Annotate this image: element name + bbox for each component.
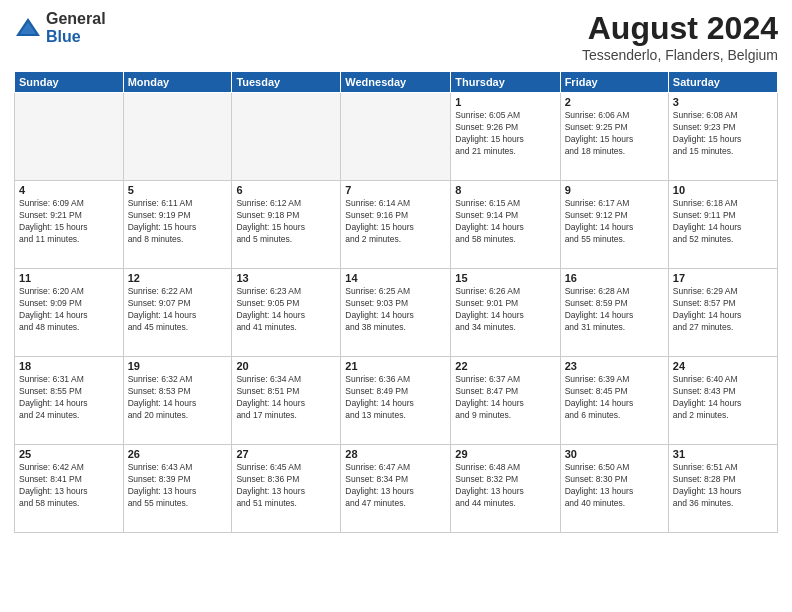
calendar-table: Sunday Monday Tuesday Wednesday Thursday… (14, 71, 778, 533)
day-info: Sunrise: 6:11 AM Sunset: 9:19 PM Dayligh… (128, 198, 228, 246)
table-row (341, 93, 451, 181)
calendar-week-row: 11Sunrise: 6:20 AM Sunset: 9:09 PM Dayli… (15, 269, 778, 357)
table-row: 10Sunrise: 6:18 AM Sunset: 9:11 PM Dayli… (668, 181, 777, 269)
col-saturday: Saturday (668, 72, 777, 93)
day-number: 10 (673, 184, 773, 196)
day-number: 27 (236, 448, 336, 460)
table-row: 19Sunrise: 6:32 AM Sunset: 8:53 PM Dayli… (123, 357, 232, 445)
day-info: Sunrise: 6:28 AM Sunset: 8:59 PM Dayligh… (565, 286, 664, 334)
table-row: 25Sunrise: 6:42 AM Sunset: 8:41 PM Dayli… (15, 445, 124, 533)
day-info: Sunrise: 6:42 AM Sunset: 8:41 PM Dayligh… (19, 462, 119, 510)
day-number: 2 (565, 96, 664, 108)
table-row: 20Sunrise: 6:34 AM Sunset: 8:51 PM Dayli… (232, 357, 341, 445)
day-number: 8 (455, 184, 555, 196)
logo-text: General Blue (46, 10, 106, 45)
calendar-week-row: 4Sunrise: 6:09 AM Sunset: 9:21 PM Daylig… (15, 181, 778, 269)
table-row: 14Sunrise: 6:25 AM Sunset: 9:03 PM Dayli… (341, 269, 451, 357)
day-number: 23 (565, 360, 664, 372)
table-row: 7Sunrise: 6:14 AM Sunset: 9:16 PM Daylig… (341, 181, 451, 269)
day-number: 6 (236, 184, 336, 196)
day-number: 30 (565, 448, 664, 460)
table-row (15, 93, 124, 181)
day-number: 5 (128, 184, 228, 196)
table-row: 15Sunrise: 6:26 AM Sunset: 9:01 PM Dayli… (451, 269, 560, 357)
calendar-header-row: Sunday Monday Tuesday Wednesday Thursday… (15, 72, 778, 93)
day-number: 24 (673, 360, 773, 372)
day-info: Sunrise: 6:14 AM Sunset: 9:16 PM Dayligh… (345, 198, 446, 246)
day-info: Sunrise: 6:43 AM Sunset: 8:39 PM Dayligh… (128, 462, 228, 510)
table-row: 8Sunrise: 6:15 AM Sunset: 9:14 PM Daylig… (451, 181, 560, 269)
table-row: 30Sunrise: 6:50 AM Sunset: 8:30 PM Dayli… (560, 445, 668, 533)
table-row: 1Sunrise: 6:05 AM Sunset: 9:26 PM Daylig… (451, 93, 560, 181)
day-number: 4 (19, 184, 119, 196)
col-friday: Friday (560, 72, 668, 93)
col-sunday: Sunday (15, 72, 124, 93)
col-tuesday: Tuesday (232, 72, 341, 93)
day-info: Sunrise: 6:45 AM Sunset: 8:36 PM Dayligh… (236, 462, 336, 510)
table-row: 24Sunrise: 6:40 AM Sunset: 8:43 PM Dayli… (668, 357, 777, 445)
day-info: Sunrise: 6:40 AM Sunset: 8:43 PM Dayligh… (673, 374, 773, 422)
month-year-title: August 2024 (582, 10, 778, 47)
day-info: Sunrise: 6:18 AM Sunset: 9:11 PM Dayligh… (673, 198, 773, 246)
day-number: 17 (673, 272, 773, 284)
table-row (123, 93, 232, 181)
day-number: 18 (19, 360, 119, 372)
col-thursday: Thursday (451, 72, 560, 93)
table-row: 31Sunrise: 6:51 AM Sunset: 8:28 PM Dayli… (668, 445, 777, 533)
day-info: Sunrise: 6:26 AM Sunset: 9:01 PM Dayligh… (455, 286, 555, 334)
day-info: Sunrise: 6:36 AM Sunset: 8:49 PM Dayligh… (345, 374, 446, 422)
day-number: 31 (673, 448, 773, 460)
table-row: 28Sunrise: 6:47 AM Sunset: 8:34 PM Dayli… (341, 445, 451, 533)
location-label: Tessenderlo, Flanders, Belgium (582, 47, 778, 63)
day-info: Sunrise: 6:22 AM Sunset: 9:07 PM Dayligh… (128, 286, 228, 334)
logo: General Blue (14, 10, 106, 45)
logo-icon (14, 14, 42, 42)
calendar-week-row: 25Sunrise: 6:42 AM Sunset: 8:41 PM Dayli… (15, 445, 778, 533)
table-row: 18Sunrise: 6:31 AM Sunset: 8:55 PM Dayli… (15, 357, 124, 445)
table-row: 12Sunrise: 6:22 AM Sunset: 9:07 PM Dayli… (123, 269, 232, 357)
day-number: 7 (345, 184, 446, 196)
day-number: 20 (236, 360, 336, 372)
table-row: 27Sunrise: 6:45 AM Sunset: 8:36 PM Dayli… (232, 445, 341, 533)
table-row: 13Sunrise: 6:23 AM Sunset: 9:05 PM Dayli… (232, 269, 341, 357)
day-number: 14 (345, 272, 446, 284)
header: General Blue August 2024 Tessenderlo, Fl… (14, 10, 778, 63)
day-info: Sunrise: 6:47 AM Sunset: 8:34 PM Dayligh… (345, 462, 446, 510)
calendar-week-row: 18Sunrise: 6:31 AM Sunset: 8:55 PM Dayli… (15, 357, 778, 445)
day-info: Sunrise: 6:39 AM Sunset: 8:45 PM Dayligh… (565, 374, 664, 422)
day-info: Sunrise: 6:48 AM Sunset: 8:32 PM Dayligh… (455, 462, 555, 510)
table-row: 21Sunrise: 6:36 AM Sunset: 8:49 PM Dayli… (341, 357, 451, 445)
table-row: 22Sunrise: 6:37 AM Sunset: 8:47 PM Dayli… (451, 357, 560, 445)
day-info: Sunrise: 6:32 AM Sunset: 8:53 PM Dayligh… (128, 374, 228, 422)
day-info: Sunrise: 6:50 AM Sunset: 8:30 PM Dayligh… (565, 462, 664, 510)
day-info: Sunrise: 6:51 AM Sunset: 8:28 PM Dayligh… (673, 462, 773, 510)
table-row: 11Sunrise: 6:20 AM Sunset: 9:09 PM Dayli… (15, 269, 124, 357)
day-number: 15 (455, 272, 555, 284)
day-info: Sunrise: 6:12 AM Sunset: 9:18 PM Dayligh… (236, 198, 336, 246)
day-info: Sunrise: 6:20 AM Sunset: 9:09 PM Dayligh… (19, 286, 119, 334)
day-number: 25 (19, 448, 119, 460)
day-number: 26 (128, 448, 228, 460)
col-wednesday: Wednesday (341, 72, 451, 93)
day-number: 16 (565, 272, 664, 284)
table-row (232, 93, 341, 181)
day-number: 9 (565, 184, 664, 196)
day-info: Sunrise: 6:37 AM Sunset: 8:47 PM Dayligh… (455, 374, 555, 422)
day-number: 13 (236, 272, 336, 284)
day-info: Sunrise: 6:23 AM Sunset: 9:05 PM Dayligh… (236, 286, 336, 334)
day-info: Sunrise: 6:25 AM Sunset: 9:03 PM Dayligh… (345, 286, 446, 334)
day-number: 3 (673, 96, 773, 108)
table-row: 23Sunrise: 6:39 AM Sunset: 8:45 PM Dayli… (560, 357, 668, 445)
page: General Blue August 2024 Tessenderlo, Fl… (0, 0, 792, 612)
table-row: 29Sunrise: 6:48 AM Sunset: 8:32 PM Dayli… (451, 445, 560, 533)
day-info: Sunrise: 6:08 AM Sunset: 9:23 PM Dayligh… (673, 110, 773, 158)
table-row: 4Sunrise: 6:09 AM Sunset: 9:21 PM Daylig… (15, 181, 124, 269)
calendar-week-row: 1Sunrise: 6:05 AM Sunset: 9:26 PM Daylig… (15, 93, 778, 181)
table-row: 5Sunrise: 6:11 AM Sunset: 9:19 PM Daylig… (123, 181, 232, 269)
day-info: Sunrise: 6:09 AM Sunset: 9:21 PM Dayligh… (19, 198, 119, 246)
day-number: 28 (345, 448, 446, 460)
day-number: 22 (455, 360, 555, 372)
col-monday: Monday (123, 72, 232, 93)
table-row: 17Sunrise: 6:29 AM Sunset: 8:57 PM Dayli… (668, 269, 777, 357)
day-number: 11 (19, 272, 119, 284)
